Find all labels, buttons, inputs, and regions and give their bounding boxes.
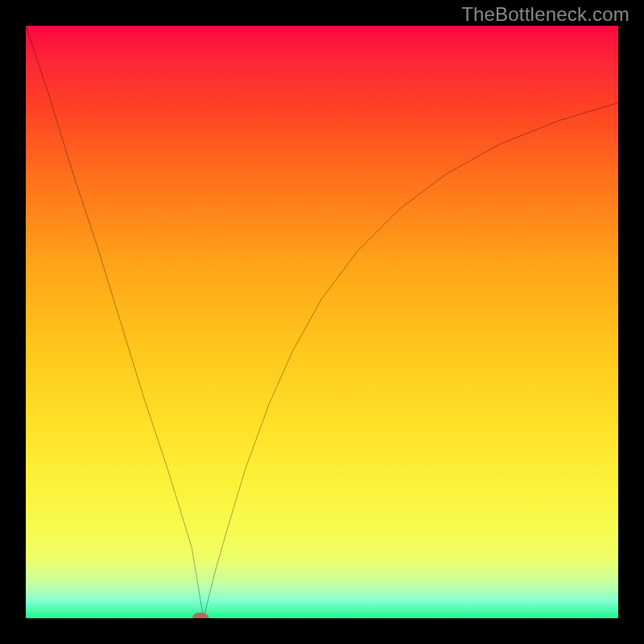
optimal-point-marker [192,613,209,618]
plot-area [26,26,618,618]
chart-frame: TheBottleneck.com [0,0,644,644]
bottleneck-curve-path [26,26,618,618]
watermark-text: TheBottleneck.com [461,3,630,26]
curve-svg [26,26,618,618]
